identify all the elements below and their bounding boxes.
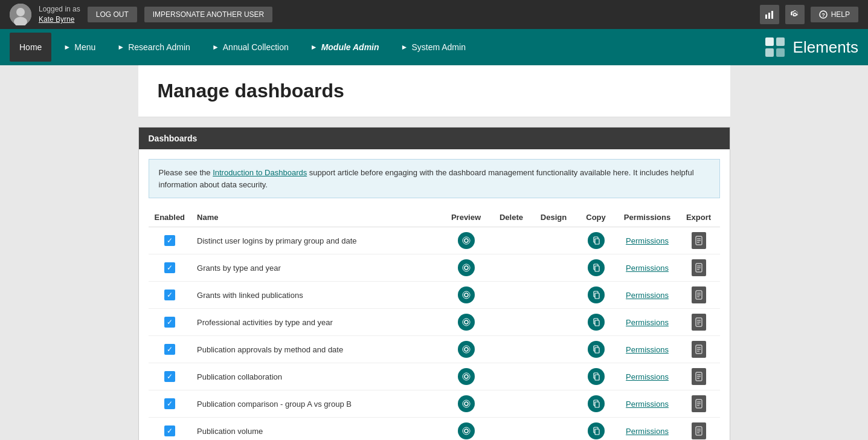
- permissions-cell: Permissions: [617, 282, 678, 309]
- name-cell: Publication approvals by method and date: [191, 336, 442, 363]
- export-icon[interactable]: [692, 395, 706, 412]
- copy-cell: [575, 282, 617, 309]
- svg-point-68: [465, 429, 468, 433]
- delete-cell: [490, 363, 533, 390]
- section-body: Please see the Introduction to Dashboard…: [139, 149, 730, 440]
- settings-icon-button[interactable]: [785, 5, 805, 24]
- copy-icon[interactable]: [588, 314, 605, 331]
- chevron-icon: ►: [117, 43, 124, 51]
- permissions-link[interactable]: Permissions: [626, 264, 669, 273]
- export-icon[interactable]: [692, 368, 706, 385]
- permissions-cell: Permissions: [617, 418, 678, 441]
- nav-item-annual-collection[interactable]: ► Annual Collection: [202, 33, 298, 62]
- permissions-link[interactable]: Permissions: [626, 400, 669, 409]
- permissions-link[interactable]: Permissions: [626, 372, 669, 381]
- delete-cell: [490, 336, 533, 363]
- checkbox-checked[interactable]: ✓: [164, 371, 175, 382]
- svg-rect-8: [765, 37, 774, 46]
- page-title-area: Manage dashboards: [138, 65, 730, 117]
- nav-item-module-admin[interactable]: ► Module Admin: [301, 33, 389, 62]
- col-copy: Copy: [575, 208, 617, 227]
- nav-system-admin-label: System Admin: [411, 42, 465, 52]
- svg-text:?: ?: [821, 12, 825, 18]
- info-box: Please see the Introduction to Dashboard…: [149, 159, 720, 198]
- permissions-link[interactable]: Permissions: [626, 318, 669, 327]
- copy-cell: [575, 418, 617, 441]
- export-icon[interactable]: [692, 232, 706, 249]
- copy-cell: [575, 363, 617, 390]
- chevron-icon: ►: [310, 43, 318, 51]
- nav-items: Home ► Menu ► Research Admin ► Annual Co…: [10, 29, 475, 65]
- copy-cell: [575, 254, 617, 282]
- permissions-link[interactable]: Permissions: [626, 427, 669, 436]
- preview-icon[interactable]: [458, 368, 475, 385]
- svg-point-61: [463, 400, 470, 407]
- preview-icon[interactable]: [458, 341, 475, 358]
- nav-item-system-admin[interactable]: ► System Admin: [391, 33, 475, 62]
- col-enabled: Enabled: [149, 208, 191, 227]
- export-cell: [678, 390, 720, 418]
- permissions-link[interactable]: Permissions: [626, 345, 669, 354]
- permissions-cell: Permissions: [617, 309, 678, 336]
- export-cell: [678, 282, 720, 309]
- checkbox-checked[interactable]: ✓: [164, 262, 175, 273]
- permissions-link[interactable]: Permissions: [626, 236, 669, 245]
- preview-icon[interactable]: [458, 395, 475, 412]
- export-cell: [678, 254, 720, 282]
- permissions-cell: Permissions: [617, 336, 678, 363]
- table-row: ✓Publication approvals by method and dat…: [149, 336, 720, 363]
- copy-icon[interactable]: [588, 395, 605, 412]
- help-button[interactable]: ? HELP: [811, 7, 858, 22]
- svg-point-29: [463, 291, 470, 299]
- name-cell: Publication comparison - group A vs grou…: [191, 390, 442, 418]
- username-link[interactable]: Kate Byrne: [39, 15, 80, 25]
- impersonate-button[interactable]: IMPERSONATE ANOTHER USER: [144, 7, 272, 22]
- export-icon[interactable]: [692, 314, 706, 331]
- copy-icon[interactable]: [588, 286, 605, 303]
- export-cell: [678, 227, 720, 254]
- nav-home-label: Home: [19, 42, 42, 52]
- export-icon[interactable]: [692, 286, 706, 303]
- logout-button[interactable]: LOG OUT: [88, 7, 137, 22]
- name-cell: Professional activities by type and year: [191, 309, 442, 336]
- copy-icon[interactable]: [588, 259, 605, 276]
- checkbox-checked[interactable]: ✓: [164, 317, 175, 328]
- nav-item-research-admin[interactable]: ► Research Admin: [108, 33, 200, 62]
- info-text-before: Please see the: [159, 168, 213, 177]
- permissions-cell: Permissions: [617, 254, 678, 282]
- delete-cell: [490, 227, 533, 254]
- preview-cell: [442, 254, 490, 282]
- preview-icon[interactable]: [458, 314, 475, 331]
- export-cell: [678, 363, 720, 390]
- export-icon[interactable]: [692, 341, 706, 358]
- copy-icon[interactable]: [588, 341, 605, 358]
- preview-icon[interactable]: [458, 232, 475, 249]
- nav-item-home[interactable]: Home: [10, 33, 51, 62]
- chart-icon-button[interactable]: [760, 5, 779, 24]
- export-cell: [678, 336, 720, 363]
- preview-cell: [442, 363, 490, 390]
- col-design: Design: [533, 208, 575, 227]
- export-icon[interactable]: [692, 422, 706, 439]
- dashboards-section: Dashboards Please see the Introduction t…: [138, 127, 730, 440]
- nav-item-menu[interactable]: ► Menu: [54, 33, 105, 62]
- checkbox-checked[interactable]: ✓: [164, 344, 175, 355]
- design-cell: [533, 336, 575, 363]
- preview-icon[interactable]: [458, 422, 475, 439]
- preview-icon[interactable]: [458, 259, 475, 276]
- enabled-cell: ✓: [149, 309, 191, 336]
- design-cell: [533, 363, 575, 390]
- export-icon[interactable]: [692, 259, 706, 276]
- checkbox-checked[interactable]: ✓: [164, 398, 175, 409]
- copy-icon[interactable]: [588, 422, 605, 439]
- copy-icon[interactable]: [588, 368, 605, 385]
- svg-point-69: [463, 427, 470, 435]
- checkbox-checked[interactable]: ✓: [164, 290, 175, 300]
- permissions-link[interactable]: Permissions: [626, 291, 669, 300]
- name-cell: Grants by type and year: [191, 254, 442, 282]
- checkbox-checked[interactable]: ✓: [164, 425, 175, 436]
- intro-link[interactable]: Introduction to Dashboards: [213, 168, 307, 177]
- copy-icon[interactable]: [588, 232, 605, 249]
- preview-icon[interactable]: [458, 286, 475, 303]
- checkbox-checked[interactable]: ✓: [164, 235, 175, 246]
